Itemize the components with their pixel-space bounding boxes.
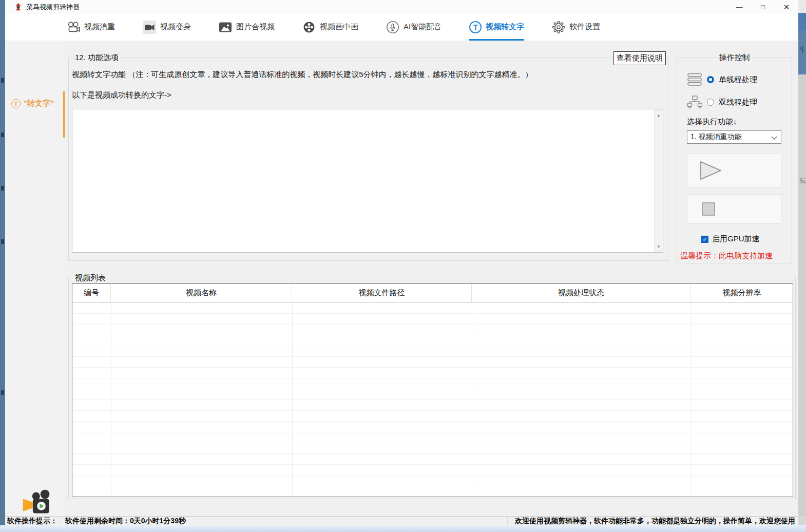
column-header-index: 编号 — [72, 284, 111, 302]
transcript-scrollbar[interactable]: ▲ ▼ — [654, 109, 663, 252]
gpu-acceleration-option[interactable]: ✓ 启用GPU加速 — [701, 234, 760, 244]
list-icon — [687, 73, 702, 86]
desktop-icon-fragment — [1, 132, 4, 137]
status-prefix: 软件操作提示： — [7, 517, 57, 525]
tab-image-to-video[interactable]: 图片合视频 — [219, 14, 275, 41]
app-icon — [14, 3, 22, 11]
microphone-icon — [386, 21, 399, 34]
sidebar-item-to-text[interactable]: T "转文字" — [11, 99, 54, 108]
sliver-segment — [798, 13, 806, 31]
sidebar-item-label: "转文字" — [24, 99, 54, 108]
camcorder-icon — [143, 21, 156, 34]
sliver-segment — [798, 0, 806, 13]
tab-ai-dubbing[interactable]: AI智能配音 — [386, 14, 442, 41]
double-thread-option[interactable]: 双线程处理 — [687, 96, 757, 109]
text-t-icon: T — [11, 99, 21, 108]
transcript-textarea[interactable]: ▲ ▼ — [72, 109, 663, 253]
function-select-value: 1. 视频消重功能 — [690, 132, 742, 142]
camera-logo-icon — [19, 489, 52, 519]
maximize-button[interactable]: □ — [751, 0, 775, 14]
column-header-status: 视频处理状态 — [472, 284, 691, 302]
tab-video-dedupe[interactable]: 视频消重 — [67, 14, 115, 41]
sliver-glyph-mid: 辑 — [798, 74, 806, 516]
tab-label: 视频消重 — [84, 22, 115, 32]
table-header: 编号 视频名称 视频文件路径 视频处理状态 视频分辨率 — [72, 284, 793, 302]
function-note: 视频转文字功能 （注：可生成原创文章，建议导入普通话标准的视频，视频时长建议5分… — [72, 70, 662, 80]
radio-double-thread[interactable] — [707, 99, 714, 106]
radio-label: 单线程处理 — [719, 75, 757, 85]
desktop-icon-fragment — [1, 239, 4, 244]
desktop-icon-fragment — [1, 186, 4, 191]
status-welcome-text: 欢迎使用视频剪辑神器，软件功能非常多，功能都是独立分明的，操作简单，欢迎您使用 — [507, 517, 798, 525]
status-bar: 软件操作提示： 软件使用剩余时间：0天0小时1分39秒 欢迎使用视频剪辑神器，软… — [5, 516, 798, 525]
minimize-icon: — — [736, 3, 743, 11]
stop-button[interactable] — [687, 194, 781, 224]
tab-label: AI智能配音 — [404, 22, 442, 32]
t-letter: T — [473, 23, 478, 31]
movie-camera-icon — [67, 21, 80, 33]
radio-single-thread[interactable] — [707, 76, 714, 83]
transcript-content[interactable] — [72, 109, 654, 252]
hierarchy-icon — [687, 96, 702, 109]
function-select[interactable]: 1. 视频消重功能 — [687, 130, 781, 144]
window-title: 菜鸟视频剪辑神器 — [26, 3, 80, 12]
image-icon — [219, 21, 232, 33]
minimize-button[interactable]: — — [727, 0, 751, 14]
select-function-label: 选择执行功能↓ — [687, 117, 737, 127]
tab-video-pip[interactable]: 视频画中画 — [302, 14, 358, 41]
tab-label: 视频画中画 — [320, 22, 358, 32]
window-controls: — □ ✕ — [727, 0, 798, 14]
tab-label: 图片合视频 — [236, 22, 275, 32]
desktop-edge-strip — [0, 0, 5, 532]
sliver-glyph-top: 牛 — [798, 31, 806, 74]
status-time-remaining: 软件使用剩余时间：0天0小时1分39秒 — [61, 517, 186, 525]
play-icon — [699, 160, 723, 181]
column-header-path: 视频文件路径 — [292, 284, 472, 302]
tab-settings[interactable]: 软件设置 — [552, 14, 600, 41]
check-icon[interactable]: ✓ — [701, 236, 708, 243]
desktop-icon-fragment — [1, 390, 4, 395]
tab-video-to-text[interactable]: T 视频转文字 — [469, 14, 524, 41]
single-thread-option[interactable]: 单线程处理 — [687, 73, 757, 86]
sidebar: T "转文字" 视频剪辑神器 — [5, 41, 65, 516]
nav-bar: 视频消重 视频变身 图片合视频 视频画中 — [5, 14, 798, 41]
scroll-up-icon[interactable]: ▲ — [655, 111, 663, 119]
tab-label: 视频变身 — [160, 22, 191, 32]
sidebar-accent-bar — [63, 91, 65, 138]
maximize-icon: □ — [761, 3, 765, 11]
sliver-segment — [798, 516, 806, 525]
group-title: 12. 功能选项 — [73, 53, 121, 63]
close-icon: ✕ — [783, 3, 790, 12]
stop-icon — [702, 202, 715, 216]
film-reel-icon — [302, 21, 316, 34]
desktop-icon-fragment — [1, 78, 4, 83]
start-button[interactable] — [687, 153, 781, 188]
gpu-checkbox-label: 启用GPU加速 — [712, 234, 760, 244]
chevron-down-icon — [771, 136, 777, 140]
close-button[interactable]: ✕ — [775, 0, 798, 14]
gear-icon — [552, 21, 565, 34]
tab-label: 视频转文字 — [486, 22, 524, 32]
scroll-down-icon[interactable]: ▼ — [655, 242, 663, 251]
tab-label: 软件设置 — [569, 22, 600, 32]
group-title: 操作控制 — [717, 53, 752, 63]
tab-video-transform[interactable]: 视频变身 — [143, 14, 191, 41]
t-letter: T — [14, 101, 18, 107]
title-bar: 菜鸟视频剪辑神器 — □ ✕ — [5, 0, 798, 14]
app-window: 菜鸟视频剪辑神器 — □ ✕ 视频消重 视频变身 — [5, 0, 798, 525]
view-instructions-button[interactable]: 查看使用说明 — [613, 51, 666, 65]
radio-label: 双线程处理 — [719, 98, 757, 107]
group-title: 视频列表 — [73, 273, 108, 283]
column-header-resolution: 视频分辨率 — [691, 284, 793, 302]
table-body[interactable] — [72, 303, 793, 497]
gpu-hint-text: 温馨提示：此电脑支持加速 — [680, 251, 773, 261]
taskbar-edge-strip — [0, 525, 806, 532]
background-window-sliver: 牛 辑 — [798, 0, 806, 532]
result-label: 以下是视频成功转换的文字-> — [72, 90, 171, 100]
video-table: 编号 视频名称 视频文件路径 视频处理状态 视频分辨率 — [72, 283, 793, 497]
text-t-icon: T — [469, 21, 482, 33]
column-header-name: 视频名称 — [111, 284, 292, 302]
